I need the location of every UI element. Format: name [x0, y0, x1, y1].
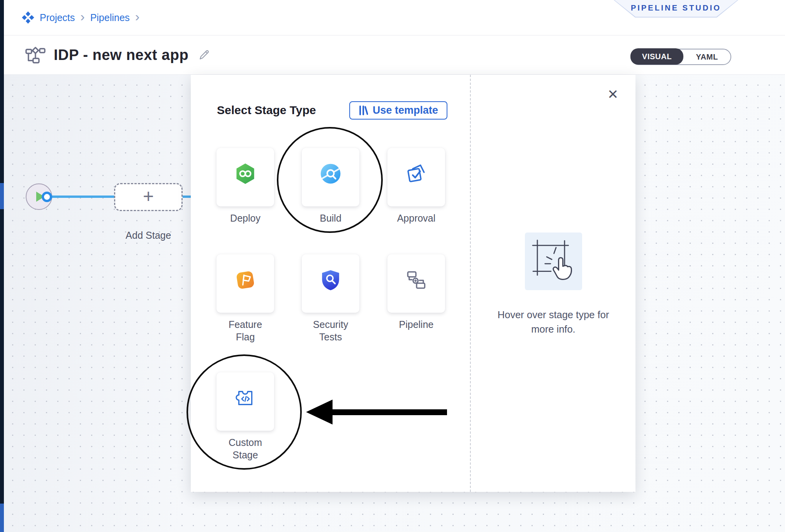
build-icon	[319, 162, 342, 185]
security-tests-icon	[320, 269, 341, 291]
pipeline-studio-badge-label: PIPELINE STUDIO	[631, 4, 721, 14]
node-output-port	[42, 192, 52, 202]
use-template-label: Use template	[373, 104, 438, 116]
nav-strip-active-indicator	[0, 183, 4, 209]
stage-type-custom-stage[interactable]: Custom Stage	[216, 372, 274, 461]
stage-type-approval[interactable]: Approval	[387, 148, 445, 224]
stage-info-panel: Hover over stage type for more info.	[470, 75, 635, 492]
custom-stage-icon	[234, 387, 256, 409]
connector-line	[49, 196, 115, 198]
breadcrumb: Projects › Pipelines ›	[21, 11, 140, 25]
breadcrumb-link-pipelines[interactable]: Pipelines	[90, 12, 130, 23]
select-stage-type-dialog: Select Stage Type Use template ✕ Deploy	[191, 75, 635, 492]
stage-type-security-tests[interactable]: Security Tests	[302, 254, 359, 343]
template-library-icon	[359, 105, 368, 116]
visual-yaml-toggle: VISUAL YAML	[630, 49, 731, 65]
title-bar: IDP - new next app VISUAL YAML	[4, 35, 785, 75]
projects-logo-icon	[21, 11, 35, 25]
stage-type-feature-flag[interactable]: Feature Flag	[216, 254, 274, 343]
pipeline-studio-badge: PIPELINE STUDIO	[614, 0, 738, 18]
nav-strip-bottom-indicator	[0, 504, 4, 532]
left-nav-strip[interactable]	[0, 0, 4, 532]
edit-pencil-icon[interactable]	[198, 49, 210, 61]
stage-type-pipeline[interactable]: Pipeline	[387, 254, 445, 331]
hand-click-sketch-icon	[528, 236, 579, 287]
approval-icon	[405, 162, 428, 185]
use-template-button[interactable]: Use template	[349, 101, 447, 120]
hover-hint-text: Hover over stage type for more info.	[487, 308, 620, 336]
stage-type-build[interactable]: Build	[302, 148, 359, 224]
add-stage-label: Add Stage	[114, 230, 183, 241]
page-title: IDP - new next app	[54, 47, 188, 63]
toggle-option-visual[interactable]: VISUAL	[630, 48, 683, 65]
dialog-title: Select Stage Type	[217, 104, 316, 117]
breadcrumb-separator: ›	[134, 12, 140, 23]
breadcrumb-link-projects[interactable]: Projects	[40, 12, 75, 23]
hover-hint-illustration	[525, 233, 582, 290]
pipeline-icon	[405, 269, 428, 291]
breadcrumb-separator: ›	[79, 12, 85, 23]
deploy-icon	[234, 162, 257, 185]
plus-icon: +	[143, 185, 154, 207]
feature-flag-icon	[234, 269, 257, 291]
stage-type-deploy[interactable]: Deploy	[216, 148, 274, 224]
pipeline-studio-screen: Projects › Pipelines › PIPELINE STUDIO I…	[0, 0, 785, 532]
pipeline-flowchart-icon	[25, 46, 46, 64]
toggle-option-yaml[interactable]: YAML	[683, 53, 730, 62]
add-stage-node[interactable]: +	[114, 183, 183, 211]
